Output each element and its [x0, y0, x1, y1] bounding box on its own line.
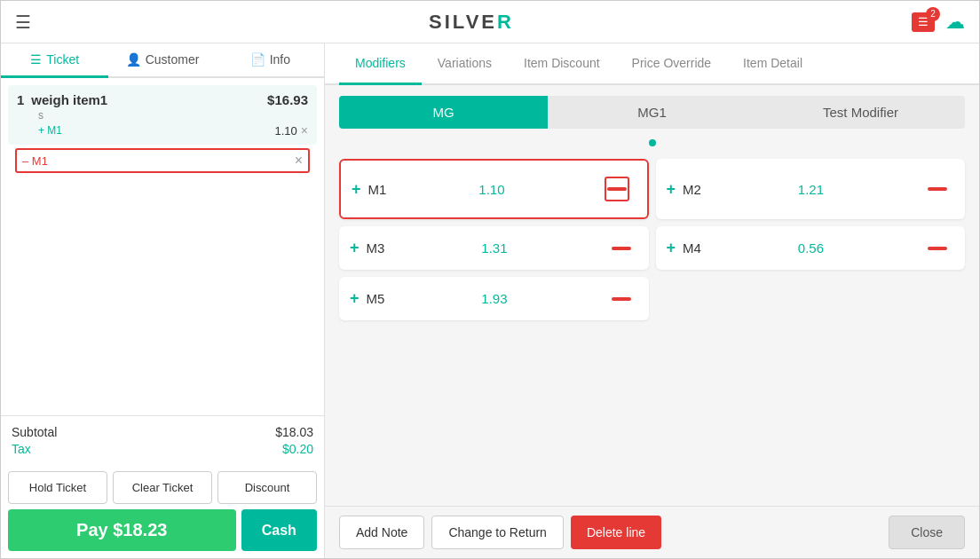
modifier-added-label: + M1 [38, 124, 62, 137]
tab-price-override[interactable]: Price Override [616, 43, 727, 85]
modifier-value-m2: 1.21 [798, 182, 824, 197]
right-panel: Modifiers Variations Item Discount Price… [325, 43, 979, 558]
modifier-name-m5: M5 [367, 291, 385, 306]
add-note-button[interactable]: Add Note [339, 516, 424, 549]
ticket-items: 1 weigh item1 $16.93 s + M1 1.10 × [1, 78, 324, 415]
pay-button[interactable]: Pay $18.23 [8, 509, 236, 551]
active-dot [649, 139, 656, 146]
modifier-value-m1: 1.10 [478, 182, 504, 197]
tab-customer-label: Customer [146, 52, 200, 67]
bottom-action-left: Add Note Change to Return Delete line [339, 516, 661, 549]
tab-variations-label: Variations [438, 56, 492, 70]
tab-info[interactable]: 📄 Info [217, 43, 324, 78]
minus-line [928, 247, 947, 250]
tab-info-label: Info [270, 52, 290, 67]
app-title: SILVER [429, 11, 514, 34]
right-tabs: Modifiers Variations Item Discount Price… [325, 43, 979, 85]
tab-ticket[interactable]: ☰ Ticket [1, 43, 108, 78]
modifier-card-m5[interactable]: + M5 1.93 [339, 277, 649, 320]
delete-line-button[interactable]: Delete line [571, 516, 661, 549]
main-content: ☰ Ticket 👤 Customer 📄 Info 1 weigh it [1, 43, 979, 558]
tab-variations[interactable]: Variations [422, 43, 508, 85]
modifier-minus-m1[interactable] [597, 173, 636, 205]
subtotal-label: Subtotal [12, 425, 57, 439]
modifier-value-m3: 1.31 [481, 240, 507, 256]
modifier-selected-x[interactable]: × [295, 153, 303, 169]
modifiers-grid: + M1 1.10 + M2 1.21 [325, 152, 979, 506]
modifier-added-value: 1.10 [275, 124, 297, 138]
minus-line [607, 187, 627, 191]
modifier-card-m2[interactable]: + M2 1.21 [656, 159, 966, 219]
bottom-action-bar: Add Note Change to Return Delete line Cl… [325, 506, 979, 558]
tax-value: $0.20 [282, 442, 313, 456]
modifier-plus-icon: + [350, 239, 360, 257]
item-name: weigh item1 [31, 92, 267, 107]
top-bar: ☰ SILVER ☰ 2 ☁ [1, 1, 979, 43]
modifier-selected-label: – M1 [22, 154, 48, 168]
modifier-selected-row[interactable]: – M1 × [15, 148, 310, 173]
modifier-card-m3[interactable]: + M3 1.31 [339, 226, 649, 270]
customer-tab-icon: 👤 [126, 52, 141, 67]
dot-indicator [325, 129, 979, 152]
minus-icon-bordered [605, 177, 629, 201]
notification-badge: 2 [926, 7, 940, 21]
modifier-name-m4: M4 [683, 240, 701, 256]
minus-line [928, 187, 947, 191]
minus-line [612, 297, 631, 301]
item-sub: s [38, 109, 308, 122]
ticket-tab-icon: ☰ [30, 52, 42, 67]
notifications-icon[interactable]: ☰ 2 [912, 12, 935, 32]
subtotal-value: $18.03 [275, 425, 313, 439]
tab-item-detail-label: Item Detail [743, 56, 802, 70]
tab-modifiers-label: Modifiers [355, 56, 406, 70]
modifier-group-mg[interactable]: MG [339, 96, 548, 129]
hamburger-icon[interactable]: ☰ [15, 12, 31, 33]
tab-modifiers[interactable]: Modifiers [339, 43, 422, 85]
modifier-name-m2: M2 [683, 182, 701, 197]
bottom-buttons: Hold Ticket Clear Ticket Discount [1, 464, 324, 509]
modifier-value-m4: 0.56 [798, 240, 824, 256]
modifier-value-m5: 1.93 [481, 291, 507, 306]
modifier-minus-m4[interactable] [921, 243, 954, 254]
pay-label: Pay [76, 520, 113, 539]
subtotal-area: Subtotal $18.03 Tax $0.20 [1, 415, 324, 464]
discount-button[interactable]: Discount [217, 471, 317, 504]
left-tabs: ☰ Ticket 👤 Customer 📄 Info [1, 43, 324, 78]
modifier-card-m1[interactable]: + M1 1.10 [339, 159, 649, 219]
left-panel: ☰ Ticket 👤 Customer 📄 Info 1 weigh it [1, 43, 325, 558]
modifier-remove-x[interactable]: × [301, 123, 308, 138]
modifier-minus-m2[interactable] [921, 184, 954, 194]
ticket-item[interactable]: 1 weigh item1 $16.93 s + M1 1.10 × [8, 85, 317, 145]
modifier-name-m1: M1 [368, 182, 387, 197]
modifier-group-mg1[interactable]: MG1 [548, 96, 756, 129]
modifier-groups: MG MG1 Test Modifier [325, 85, 979, 129]
tab-item-discount[interactable]: Item Discount [508, 43, 616, 85]
tax-label: Tax [12, 442, 31, 456]
tab-customer[interactable]: 👤 Customer [108, 43, 216, 78]
modifier-name-m3: M3 [367, 240, 385, 256]
modifier-plus-icon: + [667, 180, 676, 199]
hold-ticket-button[interactable]: Hold Ticket [8, 471, 107, 504]
pay-amount: $18.23 [113, 520, 167, 539]
modifier-plus-icon: + [350, 289, 360, 308]
tab-price-override-label: Price Override [632, 56, 711, 70]
cash-button[interactable]: Cash [241, 509, 318, 551]
close-button[interactable]: Close [889, 516, 965, 549]
tab-item-detail[interactable]: Item Detail [727, 43, 818, 85]
item-price: $16.93 [267, 92, 308, 107]
modifier-minus-m5[interactable] [605, 294, 638, 304]
modifier-minus-m3[interactable] [605, 243, 638, 254]
item-qty: 1 [17, 92, 24, 107]
modifier-group-test[interactable]: Test Modifier [756, 96, 965, 129]
minus-line [612, 247, 631, 250]
clear-ticket-button[interactable]: Clear Ticket [113, 471, 212, 504]
modifier-card-m4[interactable]: + M4 0.56 [656, 226, 966, 270]
tab-ticket-label: Ticket [46, 52, 79, 67]
modifier-plus-icon: + [352, 180, 361, 199]
pay-row: Pay $18.23 Cash [1, 509, 324, 558]
info-tab-icon: 📄 [250, 52, 265, 67]
change-to-return-button[interactable]: Change to Return [431, 516, 564, 549]
modifier-added: + M1 1.10 × [38, 123, 308, 138]
cloud-icon[interactable]: ☁ [945, 11, 965, 34]
tab-item-discount-label: Item Discount [524, 56, 600, 70]
